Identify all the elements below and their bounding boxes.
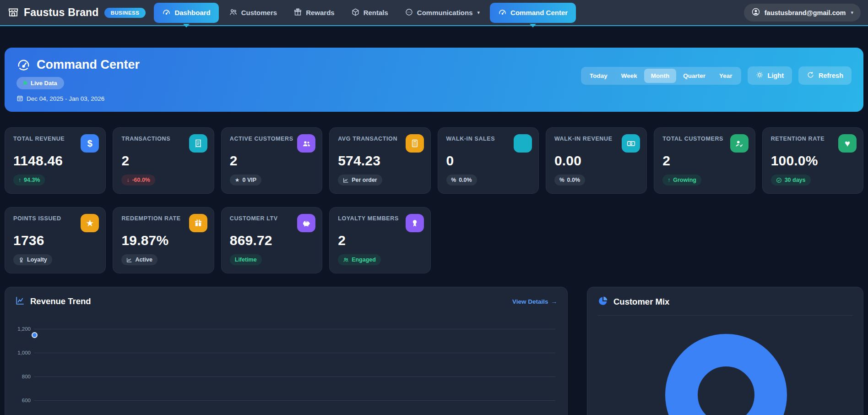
heart-icon: ♥ [838, 134, 857, 153]
nav-item-dashboard[interactable]: Dashboard [154, 3, 218, 23]
users-icon [229, 8, 238, 18]
gift-icon [293, 8, 302, 18]
users-icon [297, 134, 315, 153]
y-tick: 600 [15, 398, 34, 403]
account-menu[interactable]: faustusbrand@gmail.com ▾ [744, 4, 861, 22]
charts-row: Revenue Trend View Details → 1,200 1,000 [5, 287, 863, 415]
nav-item-label: Rentals [363, 9, 388, 16]
circle-check-icon [776, 177, 782, 183]
refresh-button[interactable]: Refresh [798, 66, 852, 85]
user-avatar-icon [751, 7, 760, 18]
trend-badge: ↓-60.0% [121, 175, 155, 186]
period-selector: Today Week Month Quarter Year [581, 67, 741, 85]
chevron-down-icon: ▾ [477, 10, 480, 16]
view-details-link[interactable]: View Details → [512, 298, 557, 305]
user-check-icon [730, 134, 749, 153]
line-chart-icon [343, 177, 349, 183]
revenue-trend-chart: 1,200 1,000 800 600 [15, 313, 557, 415]
data-point[interactable] [32, 332, 38, 338]
percent-badge: %0.0% [446, 175, 477, 186]
gridline [34, 353, 555, 353]
brand: Faustus Brand [7, 6, 99, 20]
nav-items: Dashboard Customers Rewa [154, 3, 576, 23]
pie-chart-icon [597, 295, 608, 308]
banknote-icon [622, 134, 640, 153]
loyalty-badge: Loyalty [13, 254, 52, 265]
stat-card-transactions: TRANSACTIONS 2 ↓-60.0% [113, 127, 214, 194]
percent-icon: % [451, 177, 456, 183]
trend-badge: ↑94.3% [13, 175, 45, 186]
gridline [34, 400, 555, 401]
stat-card-active-customers: ACTIVE CUSTOMERS 2 ★0 VIP [221, 127, 322, 194]
y-tick: 1,200 [15, 326, 34, 332]
blank-icon [514, 134, 532, 153]
gridline [34, 377, 555, 377]
live-dot-icon [23, 81, 27, 85]
stat-card-customer-ltv: CUSTOMER LTV 869.72 Lifetime [221, 207, 322, 273]
period-today-button[interactable]: Today [583, 69, 614, 83]
line-chart-icon [126, 257, 132, 263]
nav-item-customers[interactable]: Customers [222, 3, 283, 23]
percent-badge: %0.0% [554, 175, 585, 186]
stat-card-points-issued: POINTS ISSUED ★ 1736 Loyalty [5, 207, 106, 273]
star-icon: ★ [81, 214, 99, 232]
percent-icon: % [559, 177, 564, 183]
period-week-button[interactable]: Week [614, 69, 644, 83]
stat-card-avg-transaction: AVG TRANSACTION 574.23 Per order [329, 127, 430, 194]
period-quarter-button[interactable]: Quarter [676, 69, 712, 83]
dollar-icon: $ [81, 134, 99, 153]
active-badge: Active [121, 254, 157, 265]
arrow-up-icon: ↑ [667, 177, 670, 183]
divider [597, 315, 853, 316]
account-email: faustusbrand@gmail.com [765, 9, 846, 16]
gridline [34, 329, 555, 329]
arrow-right-icon: → [551, 298, 558, 305]
period-year-button[interactable]: Year [712, 69, 739, 83]
gauge-icon [162, 8, 171, 18]
banner-left: Command Center Live Data Dec 04, 2025 - … [16, 57, 140, 103]
per-order-badge: Per order [338, 175, 382, 186]
period-month-button[interactable]: Month [644, 69, 676, 83]
business-badge: BUSINESS [104, 8, 146, 18]
line-chart-icon [15, 295, 25, 307]
nav-item-command-center[interactable]: Command Center [490, 3, 576, 23]
banner-controls: Today Week Month Quarter Year Light [581, 66, 852, 85]
retention-badge: 30 days [771, 175, 811, 186]
vip-badge: ★0 VIP [230, 175, 261, 186]
arrow-down-icon: ↓ [126, 177, 129, 183]
calculator-icon [406, 134, 424, 153]
top-nav: Faustus Brand BUSINESS Dashboard [0, 0, 868, 26]
calendar-icon [16, 95, 23, 103]
command-center-banner: Command Center Live Data Dec 04, 2025 - … [5, 48, 863, 112]
stat-card-total-customers: TOTAL CUSTOMERS 2 ↑Growing [654, 127, 755, 194]
medal-icon [18, 257, 24, 263]
page-title: Command Center [37, 58, 140, 72]
stat-card-walkin-sales: WALK-IN SALES 0 %0.0% [438, 127, 539, 194]
revenue-trend-panel: Revenue Trend View Details → 1,200 1,000 [5, 287, 568, 415]
command-center-page: Faustus Brand BUSINESS Dashboard [0, 0, 868, 415]
gauge-icon [498, 8, 507, 18]
nav-item-label: Rewards [306, 9, 335, 16]
nav-item-communications[interactable]: Communications ▾ [398, 3, 486, 23]
date-range: Dec 04, 2025 - Jan 03, 2026 [16, 95, 140, 103]
engaged-badge: Engaged [338, 254, 381, 265]
refresh-icon [807, 71, 814, 80]
gauge-icon [16, 57, 31, 73]
growing-badge: ↑Growing [662, 175, 701, 186]
nav-item-rewards[interactable]: Rewards [287, 3, 341, 23]
storefront-icon [7, 6, 19, 20]
y-tick: 800 [15, 374, 34, 379]
chat-icon [405, 8, 413, 18]
star-icon: ★ [235, 177, 240, 183]
gift-icon [189, 214, 207, 232]
live-data-badge: Live Data [16, 77, 64, 89]
stat-card-loyalty-members: LOYALTY MEMBERS 2 Engaged [329, 207, 430, 273]
nav-item-rentals[interactable]: Rentals [345, 3, 395, 23]
stat-card-redemption-rate: REDEMPTION RATE 19.87% Active [113, 207, 214, 273]
nav-item-label: Dashboard [174, 9, 210, 16]
stats-grid: TOTAL REVENUE $ 1148.46 ↑94.3% TRANSACTI… [5, 127, 863, 273]
y-tick: 1,000 [15, 350, 34, 355]
stat-card-retention-rate: RETENTION RATE ♥ 100.0% 30 days [762, 127, 863, 194]
light-theme-button[interactable]: Light [748, 66, 792, 85]
nav-item-label: Command Center [510, 9, 568, 16]
